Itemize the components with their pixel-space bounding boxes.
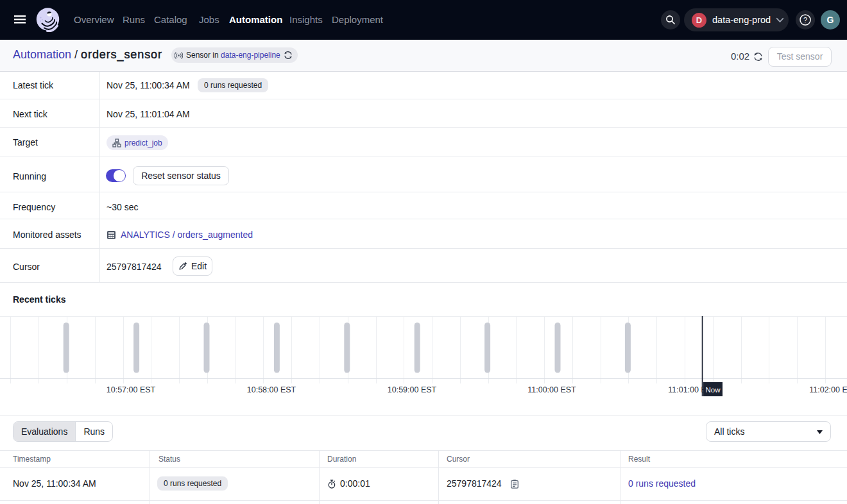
svg-text:11:00:00 EST: 11:00:00 EST <box>527 385 576 394</box>
svg-text:Now: Now <box>705 386 721 394</box>
svg-text:10:58:00 EST: 10:58:00 EST <box>247 385 296 394</box>
svg-text:10:59:00 EST: 10:59:00 EST <box>388 385 437 394</box>
svg-text:10:57:00 EST: 10:57:00 EST <box>107 385 156 394</box>
svg-text:11:02:00 EST: 11:02:00 EST <box>809 385 847 394</box>
svg-text:?: ? <box>803 16 807 24</box>
